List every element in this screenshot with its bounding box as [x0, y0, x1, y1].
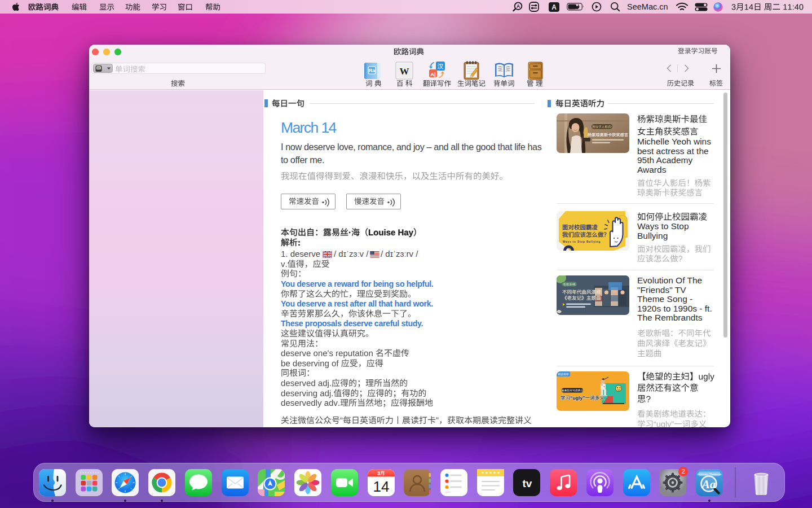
svg-text:Aa: Aa	[701, 478, 716, 491]
svg-text:Ra: Ra	[369, 68, 376, 73]
svg-text:A|: A|	[430, 71, 436, 77]
svg-text:W: W	[400, 66, 409, 77]
svg-text:14: 14	[373, 478, 389, 495]
svg-text:A: A	[517, 3, 520, 9]
svg-text:en: en	[97, 67, 100, 69]
svg-text:Ways to Stop Bullying: Ways to Stop Bullying	[563, 240, 601, 243]
svg-text:tv: tv	[523, 478, 532, 489]
svg-text:dictionary Thesaurus: dictionary Thesaurus	[698, 473, 722, 476]
